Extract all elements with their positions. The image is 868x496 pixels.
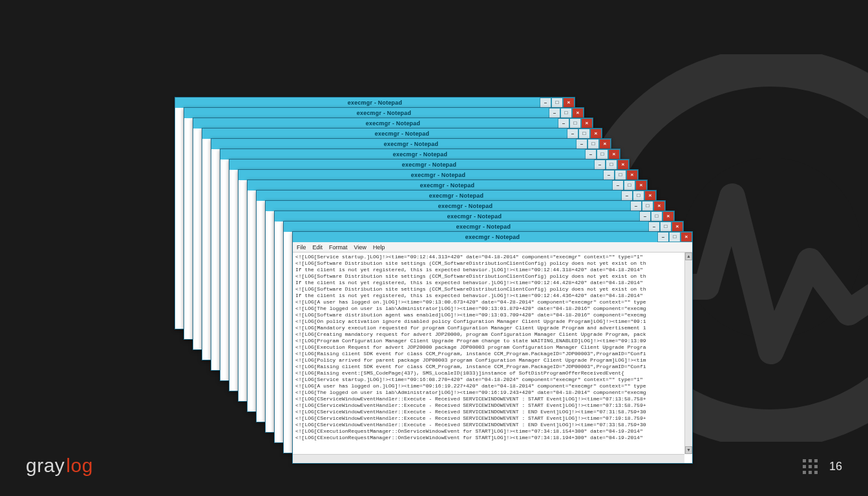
maximize-button[interactable]: □ — [660, 222, 672, 232]
log-line: <![LOG[On policy activation ignore disab… — [295, 318, 690, 325]
maximize-button[interactable]: □ — [669, 232, 681, 242]
log-line: <![LOG[Software distribution agent was e… — [295, 312, 690, 318]
window-title: execmgr - Notepad — [447, 213, 502, 220]
window-title: execmgr - Notepad — [402, 161, 456, 168]
minimize-button[interactable]: – — [603, 170, 615, 180]
titlebar[interactable]: execmgr - Notepad–□× — [257, 191, 656, 201]
horizontal-scrollbar[interactable] — [293, 454, 684, 463]
titlebar[interactable]: execmgr - Notepad–□× — [229, 160, 629, 170]
minimize-button[interactable]: – — [594, 160, 606, 170]
window-title: execmgr - Notepad — [393, 151, 447, 158]
maximize-button[interactable]: □ — [642, 201, 653, 211]
menu-item-edit[interactable]: Edit — [313, 244, 323, 251]
titlebar[interactable]: execmgr - Notepad–□× — [211, 139, 611, 149]
menu-item-view[interactable]: View — [354, 244, 366, 251]
window-title: execmgr - Notepad — [429, 192, 483, 199]
titlebar[interactable]: execmgr - Notepad–□× — [266, 201, 665, 211]
close-button[interactable]: × — [563, 98, 575, 108]
close-button[interactable]: × — [608, 149, 620, 160]
close-button[interactable]: × — [644, 191, 656, 201]
maximize-button[interactable]: □ — [624, 180, 635, 191]
minimize-button[interactable]: – — [639, 211, 651, 222]
titlebar[interactable]: execmgr - Notepad–□× — [175, 98, 575, 108]
log-line: <![LOG[Service startup.]LOG]!><time="09:… — [295, 254, 690, 260]
titlebar[interactable]: execmgr - Notepad–□× — [238, 170, 638, 180]
maximize-button[interactable]: □ — [606, 160, 617, 170]
menu-item-format[interactable]: Format — [329, 244, 348, 251]
log-line: <![LOG[Mandatory execution requested for… — [295, 325, 690, 331]
maximize-button[interactable]: □ — [597, 149, 608, 160]
maximize-button[interactable]: □ — [551, 98, 563, 108]
maximize-button[interactable]: □ — [651, 211, 662, 222]
close-button[interactable]: × — [599, 139, 611, 149]
maximize-button[interactable]: □ — [633, 191, 644, 201]
minimize-button[interactable]: – — [648, 222, 660, 232]
window-title: execmgr - Notepad — [375, 130, 429, 137]
close-button[interactable]: × — [590, 129, 602, 139]
menubar: FileEditFormatViewHelp — [293, 242, 692, 253]
titlebar[interactable]: execmgr - Notepad–□× — [202, 129, 602, 139]
minimize-button[interactable]: – — [540, 98, 551, 108]
log-line: <![LOG[Raising event:[SMS_CodePage(437),… — [295, 370, 690, 377]
minimize-button[interactable]: – — [657, 232, 669, 242]
notepad-window-front: execmgr - Notepad–□×FileEditFormatViewHe… — [292, 231, 693, 464]
minimize-button[interactable]: – — [576, 139, 587, 149]
window-title: execmgr - Notepad — [348, 99, 402, 106]
log-line: <![LOG[Raising client SDK event for clas… — [295, 351, 690, 357]
titlebar[interactable]: execmgr - Notepad–□× — [193, 118, 593, 129]
menu-item-file[interactable]: File — [297, 244, 306, 251]
titlebar[interactable]: execmgr - Notepad–□× — [220, 149, 620, 160]
log-line: <![LOG[CServiceWindowEventHandler::Execu… — [295, 409, 690, 415]
log-line: <![LOG[CServiceWindowEventHandler::Execu… — [295, 402, 690, 409]
menu-item-help[interactable]: Help — [373, 244, 385, 251]
grid-icon — [803, 459, 818, 474]
log-line: <![LOG[A user has logged on.]LOG]!><time… — [295, 383, 690, 389]
log-line: <![LOG[Program Configuration Manager Cli… — [295, 338, 690, 344]
log-text-area[interactable]: <![LOG[Service startup.]LOG]!><time="09:… — [293, 253, 692, 463]
close-button[interactable]: × — [653, 201, 665, 211]
close-button[interactable]: × — [581, 118, 593, 129]
log-line: <![LOG[Software Distribution site settin… — [295, 286, 690, 293]
close-button[interactable]: × — [617, 160, 629, 170]
minimize-button[interactable]: – — [549, 108, 560, 118]
maximize-button[interactable]: □ — [569, 118, 581, 129]
page-number: 16 — [803, 459, 842, 474]
window-title: execmgr - Notepad — [438, 203, 492, 209]
close-button[interactable]: × — [635, 180, 647, 191]
log-line: <![LOG[A user has logged on.]LOG]!><time… — [295, 299, 690, 305]
log-line: If the client is not yet registered, thi… — [295, 267, 690, 273]
close-button[interactable]: × — [572, 108, 584, 118]
titlebar[interactable]: execmgr - Notepad–□× — [184, 108, 584, 118]
svg-point-1 — [681, 158, 862, 338]
window-title: execmgr - Notepad — [366, 120, 420, 127]
close-button[interactable]: × — [662, 211, 674, 222]
minimize-button[interactable]: – — [621, 191, 633, 201]
maximize-button[interactable]: □ — [587, 139, 599, 149]
minimize-button[interactable]: – — [585, 149, 597, 160]
titlebar[interactable]: execmgr - Notepad–□× — [284, 222, 683, 232]
close-button[interactable]: × — [672, 222, 683, 232]
maximize-button[interactable]: □ — [578, 129, 590, 139]
brand-logo: graylog — [26, 455, 93, 477]
window-title: execmgr - Notepad — [384, 141, 438, 147]
log-line: <![LOG[Service startup.]LOG]!><time="09:… — [295, 377, 690, 383]
minimize-button[interactable]: – — [558, 118, 569, 129]
close-button[interactable]: × — [626, 170, 638, 180]
minimize-button[interactable]: – — [567, 129, 578, 139]
log-line: <![LOG[CServiceWindowEventHandler::Execu… — [295, 396, 690, 402]
window-title: execmgr - Notepad — [456, 223, 511, 230]
maximize-button[interactable]: □ — [560, 108, 572, 118]
maximize-button[interactable]: □ — [615, 170, 626, 180]
window-title: execmgr - Notepad — [465, 234, 520, 240]
titlebar[interactable]: execmgr - Notepad–□× — [275, 211, 674, 222]
log-line: <![LOG[Raising client SDK event for clas… — [295, 364, 690, 370]
log-line: If the client is not yet registered, thi… — [295, 293, 690, 299]
minimize-button[interactable]: – — [630, 201, 642, 211]
vertical-scrollbar[interactable]: ▲▼ — [684, 253, 692, 454]
titlebar[interactable]: execmgr - Notepad–□× — [248, 180, 647, 191]
window-title: execmgr - Notepad — [411, 172, 465, 178]
minimize-button[interactable]: – — [612, 180, 624, 191]
titlebar[interactable]: execmgr - Notepad–□× — [293, 232, 692, 242]
close-button[interactable]: × — [681, 232, 692, 242]
log-line: <![LOG[Software Distribution site settin… — [295, 273, 690, 280]
